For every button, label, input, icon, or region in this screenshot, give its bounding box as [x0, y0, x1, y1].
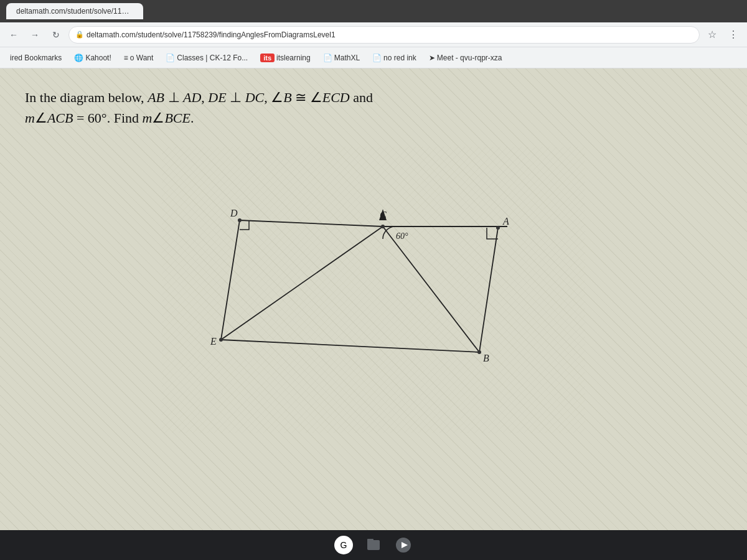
owant-label: o Want: [130, 54, 154, 62]
bookmark-item-itslearning[interactable]: its itslearning: [255, 52, 316, 64]
point-d-label: D: [230, 208, 238, 218]
back-button[interactable]: ←: [5, 26, 22, 44]
bookmark-item-classes[interactable]: 📄 Classes | CK-12 Fo...: [161, 52, 253, 64]
mathxl-label: MathXL: [334, 54, 360, 62]
taskbar-play-button[interactable]: [392, 534, 415, 556]
svg-point-11: [496, 226, 500, 230]
kahoot-label: Kahoot!: [85, 54, 111, 62]
browser-toolbar: ← → ↻ 🔒 deltamath.com/student/solve/1175…: [0, 22, 747, 47]
point-b-label: B: [483, 353, 489, 363]
bookmark-item-ired[interactable]: ired Bookmarks: [5, 52, 67, 64]
title-bar: deltamath.com/student/solve/11758239/fin…: [0, 0, 747, 22]
taskbar: G: [0, 530, 747, 560]
point-e-label: E: [210, 336, 217, 347]
diagram-container: 60° A B C D E: [25, 141, 722, 511]
play-icon: [395, 536, 412, 554]
lock-icon: 🔒: [75, 30, 84, 39]
forward-button[interactable]: →: [26, 26, 44, 44]
mathxl-icon: 📄: [323, 54, 332, 62]
angle-label: 60°: [396, 231, 408, 241]
google-icon: G: [334, 536, 353, 554]
browser-tab[interactable]: deltamath.com/student/solve/11758239/fin…: [6, 3, 143, 19]
url-text: deltamath.com/student/solve/11758239/fin…: [87, 30, 336, 39]
bookmark-star-button[interactable]: ☆: [703, 26, 721, 44]
point-a-label: A: [502, 216, 509, 226]
noredink-label: no red ink: [383, 54, 416, 62]
itslearning-badge: its: [260, 54, 275, 62]
itslearning-label: itslearning: [276, 54, 311, 62]
files-icon: [365, 536, 382, 554]
bookmark-item-owant[interactable]: ≡ o Want: [119, 52, 159, 64]
owant-icon: ≡: [124, 54, 128, 62]
bookmark-item-noredink[interactable]: 📄 no red ink: [367, 52, 421, 64]
refresh-button[interactable]: ↻: [47, 26, 65, 44]
address-bar[interactable]: 🔒 deltamath.com/student/solve/11758239/f…: [68, 26, 700, 44]
svg-point-13: [238, 218, 242, 222]
svg-rect-1: [162, 147, 585, 433]
geometry-diagram: 60° A B C D E: [162, 147, 585, 433]
bookmark-item-kahoot[interactable]: 🌐 Kahoot!: [69, 52, 116, 64]
svg-rect-15: [367, 540, 380, 550]
more-options-button[interactable]: ⋮: [725, 26, 742, 44]
bookmarks-bar: ired Bookmarks 🌐 Kahoot! ≡ o Want 📄 Clas…: [0, 47, 747, 68]
ired-bookmarks-label: ired Bookmarks: [10, 54, 62, 62]
classes-label: Classes | CK-12 Fo...: [177, 54, 248, 62]
browser-frame: deltamath.com/student/solve/11758239/fin…: [0, 0, 747, 560]
svg-rect-16: [367, 539, 374, 541]
meet-label: Meet - qvu-rqpr-xza: [437, 54, 502, 62]
meet-icon: ➤: [429, 54, 435, 62]
taskbar-files-button[interactable]: [362, 534, 385, 556]
bookmark-item-mathxl[interactable]: 📄 MathXL: [318, 52, 365, 64]
kahoot-icon: 🌐: [74, 54, 83, 62]
svg-point-12: [477, 350, 481, 354]
problem-statement: In the diagram below, AB ⊥ AD, DE ⊥ DC, …: [25, 87, 722, 128]
point-c-label: C: [380, 210, 387, 220]
svg-point-14: [219, 338, 223, 342]
svg-point-10: [381, 225, 385, 228]
taskbar-google-button[interactable]: G: [332, 534, 355, 556]
classes-icon: 📄: [166, 54, 175, 62]
bookmark-item-meet[interactable]: ➤ Meet - qvu-rqpr-xza: [424, 52, 507, 64]
tab-title: deltamath.com/student/solve/11758239/fin…: [16, 7, 143, 16]
page-content: In the diagram below, AB ⊥ AD, DE ⊥ DC, …: [0, 68, 747, 530]
noredink-icon: 📄: [372, 54, 382, 62]
